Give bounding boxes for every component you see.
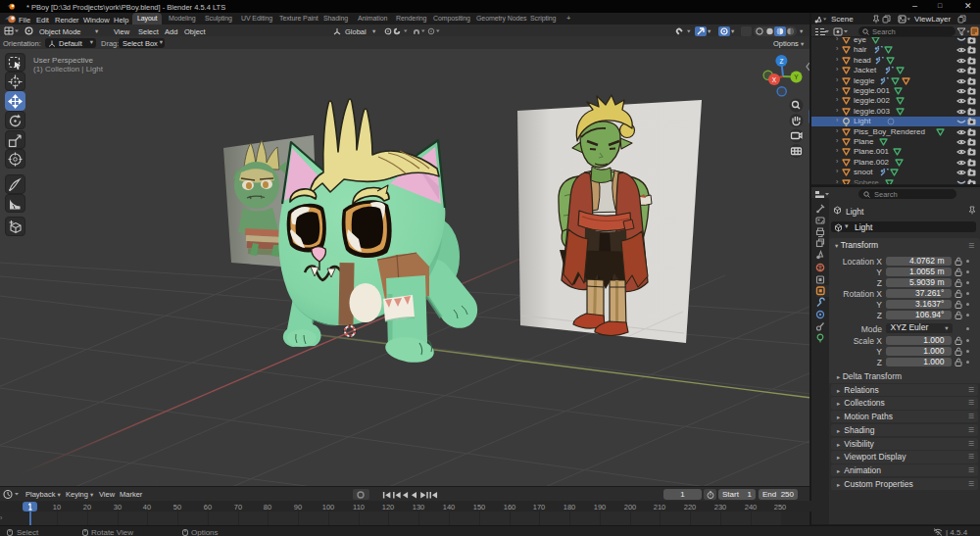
svg-text:(1) Collection | Light: (1) Collection | Light	[33, 65, 104, 73]
svg-text:Y: Y	[794, 73, 799, 80]
svg-text:X: X	[772, 76, 777, 83]
svg-text:Z: Z	[779, 58, 783, 65]
svg-text:User Perspective: User Perspective	[33, 56, 93, 65]
